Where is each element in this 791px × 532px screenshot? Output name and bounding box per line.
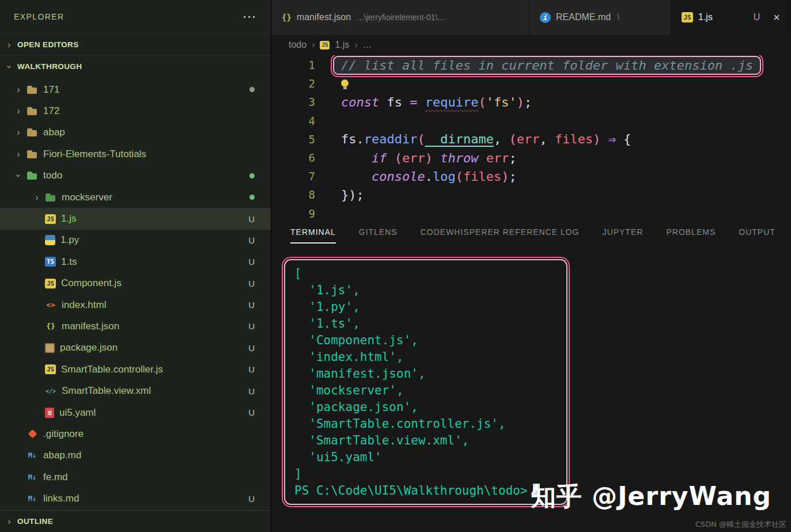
terminal-line: '1.js', xyxy=(294,282,558,299)
tree-item-label: todo xyxy=(43,170,62,181)
untracked-badge: U xyxy=(248,364,255,374)
section-outline[interactable]: › OUTLINE xyxy=(0,510,271,532)
panel-tab-gitlens[interactable]: GITLENS xyxy=(359,219,398,244)
panel-tab-bar: TERMINALGITLENSCODEWHISPERER REFERENCE L… xyxy=(271,218,791,245)
tree-item-.gitignore[interactable]: .gitignore xyxy=(0,423,271,444)
terminal-line: '1.py', xyxy=(294,299,558,316)
tree-item-ui5.yaml[interactable]: ≡ui5.yamlU xyxy=(0,402,271,423)
tree-item-Component.js[interactable]: JSComponent.jsU xyxy=(0,273,271,294)
js-icon: JS xyxy=(682,12,693,22)
tree-item-fe.md[interactable]: M↓fe.md xyxy=(0,466,271,488)
tree-item-label: SmartTable.view.xml xyxy=(62,385,151,397)
json-icon: {} xyxy=(45,321,56,332)
line-content xyxy=(341,77,349,91)
folder-icon xyxy=(27,170,38,181)
panel-tab-output[interactable]: OUTPUT xyxy=(739,219,775,244)
terminal-line: ] xyxy=(294,466,558,482)
terminal-line: 'SmartTable.controller.js', xyxy=(294,416,558,432)
file-tree: ›171›172›abap›Fiori-Elements-Tutotials›t… xyxy=(0,77,271,510)
tree-item-label: Component.js xyxy=(61,278,122,289)
line-number: 8 xyxy=(271,188,315,201)
code-editor[interactable]: 1// list all files in current folder wit… xyxy=(271,55,791,218)
tree-item-links.md[interactable]: M↓links.mdU xyxy=(0,488,271,509)
terminal-line: 'ui5.yaml' xyxy=(294,449,558,466)
tree-item-mockserver[interactable]: ›mockserver xyxy=(0,187,271,208)
line-content: // list all files in current folder with… xyxy=(341,56,761,75)
code-line-7[interactable]: 7 console.log(files); xyxy=(271,167,791,185)
json-icon: {} xyxy=(282,13,292,22)
md-icon: M↓ xyxy=(27,450,38,461)
tree-item-package.json[interactable]: package.jsonU xyxy=(0,337,271,359)
tree-item-1.py[interactable]: 1.pyU xyxy=(0,230,271,251)
code-line-4[interactable]: 4 xyxy=(271,112,791,130)
lightbulb-icon[interactable] xyxy=(341,79,349,87)
watermark-zhihu: 知乎 @JerryWang xyxy=(531,480,771,514)
panel-tab-terminal[interactable]: TERMINAL xyxy=(290,219,336,244)
tab-1.js[interactable]: JS1.jsU× xyxy=(671,0,791,35)
tree-item-Fiori-Elements-Tutotials[interactable]: ›Fiori-Elements-Tutotials xyxy=(0,143,271,165)
tree-item-171[interactable]: ›171 xyxy=(0,79,271,100)
chevron-right-icon: › xyxy=(14,106,23,116)
section-label: OUTLINE xyxy=(17,517,53,526)
modified-dot xyxy=(249,173,255,178)
panel-tab-problems[interactable]: PROBLEMS xyxy=(666,219,716,244)
tree-item-abap[interactable]: ›abap xyxy=(0,122,271,143)
breadcrumb[interactable]: todo › JS 1.js › … xyxy=(271,35,791,55)
tree-item-label: 1.py xyxy=(60,234,79,246)
tree-item-manifest.json[interactable]: {}manifest.jsonU xyxy=(0,316,271,337)
untracked-badge: U xyxy=(248,408,255,417)
modified-badge: U xyxy=(754,12,760,22)
md-icon: M↓ xyxy=(27,472,38,483)
tree-item-label: 171 xyxy=(43,84,59,96)
tab-README.md[interactable]: iREADME.md\ xyxy=(529,0,671,35)
tree-item-abap.md[interactable]: M↓abap.md xyxy=(0,445,271,466)
terminal-output: [ '1.js', '1.py', '1.ts', 'Component.js'… xyxy=(294,265,558,499)
tree-item-172[interactable]: ›172 xyxy=(0,100,271,121)
section-label: WALKTHROUGH xyxy=(17,62,82,71)
section-walkthrough[interactable]: › WALKTHROUGH xyxy=(0,55,271,77)
terminal-prompt-line[interactable]: PS C:\Code\UI5\Walkthrough\todo> xyxy=(294,482,558,499)
chevron-right-icon: › xyxy=(14,85,23,95)
close-icon[interactable]: × xyxy=(773,11,780,24)
tree-item-SmartTable.controller.js[interactable]: JSSmartTable.controller.jsU xyxy=(0,359,271,380)
tree-item-label: 172 xyxy=(43,105,59,117)
folder-icon xyxy=(27,84,38,96)
panel-tab-codewhisperer-reference-log[interactable]: CODEWHISPERER REFERENCE LOG xyxy=(421,219,580,244)
line-content: fs.readdir(__dirname, (err, files) ⇒ { xyxy=(341,132,631,146)
folder-icon xyxy=(27,127,38,138)
breadcrumb-separator: › xyxy=(312,40,315,50)
code-line-6[interactable]: 6 if (err) throw err; xyxy=(271,149,791,167)
panel-tab-jupyter[interactable]: JUPYTER xyxy=(603,219,644,244)
js-icon: JS xyxy=(45,364,56,374)
tab-manifest.json[interactable]: {}manifest.json...\jerryfioirelement-01\… xyxy=(271,0,529,35)
code-line-8[interactable]: 8}); xyxy=(271,185,791,204)
tree-item-todo[interactable]: ›todo xyxy=(0,165,271,187)
code-line-3[interactable]: 3const fs = require('fs'); xyxy=(271,93,791,111)
tree-item-index.html[interactable]: <>index.htmlU xyxy=(0,294,271,316)
tree-item-label: mockserver xyxy=(62,192,112,203)
tree-item-label: manifest.json xyxy=(62,321,119,332)
folder-icon xyxy=(27,105,38,117)
code-line-1[interactable]: 1// list all files in current folder wit… xyxy=(271,56,791,74)
breadcrumb-item-todo[interactable]: todo xyxy=(289,40,306,50)
code-line-2[interactable]: 2 xyxy=(271,74,791,93)
chevron-right-icon: › xyxy=(14,127,23,138)
js-icon: JS xyxy=(45,214,56,224)
views-and-more-actions-icon[interactable]: ⋯ xyxy=(243,9,257,25)
code-line-5[interactable]: 5fs.readdir(__dirname, (err, files) ⇒ { xyxy=(271,130,791,149)
code-line-9[interactable]: 9 xyxy=(271,204,791,218)
tree-item-1.js[interactable]: JS1.jsU xyxy=(0,208,271,229)
terminal-line: 'SmartTable.view.xml', xyxy=(294,432,558,449)
tab-title: 1.js xyxy=(698,12,713,22)
terminal-line: '1.ts', xyxy=(294,316,558,332)
breadcrumb-item-symbol[interactable]: … xyxy=(363,40,372,50)
untracked-badge: U xyxy=(248,343,255,353)
tree-item-SmartTable.view.xml[interactable]: </>SmartTable.view.xmlU xyxy=(0,380,271,401)
annotation-highlight-box: [ '1.js', '1.py', '1.ts', 'Component.js'… xyxy=(284,259,567,505)
breadcrumb-item-file[interactable]: 1.js xyxy=(335,40,349,50)
tree-item-label: fe.md xyxy=(43,472,68,483)
section-open-editors[interactable]: › OPEN EDITORS xyxy=(0,33,271,55)
tree-item-label: .gitignore xyxy=(43,428,84,440)
tree-item-1.ts[interactable]: TS1.tsU xyxy=(0,251,271,272)
modified-dot xyxy=(249,87,255,92)
